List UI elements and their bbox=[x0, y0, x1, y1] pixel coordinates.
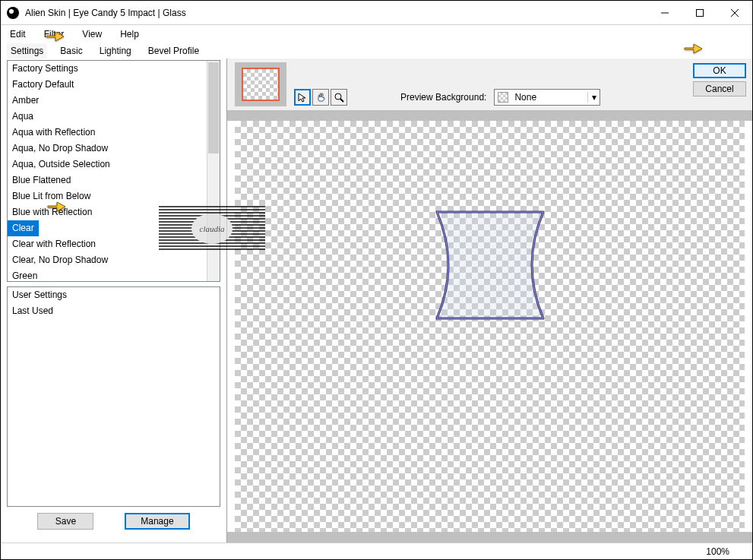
list-item[interactable]: Aqua, No Drop Shadow bbox=[8, 141, 220, 157]
list-item[interactable]: Aqua bbox=[8, 109, 220, 125]
preview-panel: Preview Background: None ▾ OK Cancel bbox=[227, 59, 752, 543]
window-controls bbox=[647, 1, 752, 24]
menu-help[interactable]: Help bbox=[117, 27, 142, 41]
watermark: claudia bbox=[159, 206, 265, 252]
tab-bevel-profile[interactable]: Bevel Profile bbox=[144, 43, 203, 59]
window-title: Alien Skin | Eye Candy 5 Impact | Glass bbox=[25, 8, 647, 18]
divider bbox=[227, 110, 752, 121]
title-bar: Alien Skin | Eye Candy 5 Impact | Glass bbox=[1, 1, 752, 25]
tab-bar: Settings Basic Lighting Bevel Profile bbox=[1, 43, 752, 59]
list-item[interactable]: Factory Default bbox=[8, 77, 220, 93]
zoom-tool-icon[interactable] bbox=[331, 89, 347, 106]
list-item[interactable]: Clear, No Drop Shadow bbox=[8, 252, 220, 268]
pointer-tool-icon[interactable] bbox=[294, 89, 311, 106]
zoom-level: 100% bbox=[706, 546, 729, 557]
menu-view[interactable]: View bbox=[79, 27, 105, 41]
list-item[interactable]: Clear bbox=[8, 220, 39, 236]
list-item[interactable]: Aqua, Outside Selection bbox=[8, 157, 220, 172]
transparency-swatch-icon bbox=[498, 92, 508, 103]
list-item[interactable]: Aqua with Reflection bbox=[8, 125, 220, 141]
scrollbar-thumb[interactable] bbox=[208, 62, 219, 153]
save-button[interactable]: Save bbox=[37, 513, 93, 530]
list-item[interactable]: Blue Flattened bbox=[8, 172, 220, 188]
thumbnail-wrap bbox=[235, 62, 286, 106]
svg-point-4 bbox=[335, 93, 341, 100]
hand-pointer-icon bbox=[46, 198, 66, 214]
tab-lighting[interactable]: Lighting bbox=[96, 43, 135, 59]
tab-basic[interactable]: Basic bbox=[56, 43, 86, 59]
minimize-button[interactable] bbox=[647, 1, 682, 25]
close-button[interactable] bbox=[717, 1, 752, 25]
maximize-button[interactable] bbox=[682, 1, 717, 25]
watermark-text: claudia bbox=[191, 214, 233, 244]
hand-pointer-icon bbox=[683, 40, 703, 55]
list-item[interactable]: Amber bbox=[8, 93, 220, 109]
preview-canvas[interactable] bbox=[235, 121, 745, 532]
preview-bg-value: None bbox=[511, 92, 587, 103]
settings-panel: Factory SettingsFactory DefaultAmberAqua… bbox=[1, 59, 227, 543]
list-item[interactable]: Blue Lit from Below bbox=[8, 188, 220, 204]
manage-button[interactable]: Manage bbox=[125, 513, 189, 530]
preview-toolbar: Preview Background: None ▾ OK Cancel bbox=[227, 59, 752, 110]
divider bbox=[227, 532, 752, 543]
status-bar: 100% bbox=[1, 543, 752, 559]
list-item[interactable]: Last Used bbox=[8, 303, 220, 319]
preview-bg-select[interactable]: None ▾ bbox=[494, 89, 600, 106]
user-settings-heading: User Settings bbox=[8, 287, 220, 303]
ok-button[interactable]: OK bbox=[693, 63, 746, 78]
cancel-button[interactable]: Cancel bbox=[693, 81, 746, 96]
app-icon bbox=[7, 7, 19, 19]
tab-settings[interactable]: Settings bbox=[7, 43, 47, 59]
chevron-down-icon: ▾ bbox=[587, 92, 600, 103]
menu-edit[interactable]: Edit bbox=[7, 27, 29, 41]
thumbnail[interactable] bbox=[242, 68, 280, 101]
preview-bg-label: Preview Background: bbox=[400, 92, 486, 103]
factory-settings-heading: Factory Settings bbox=[8, 61, 220, 77]
menu-bar: Edit Filter View Help bbox=[1, 25, 752, 43]
glass-shape bbox=[429, 204, 551, 326]
svg-line-5 bbox=[340, 99, 343, 102]
hand-tool-icon[interactable] bbox=[312, 89, 329, 106]
user-settings-list[interactable]: User Settings Last Used bbox=[7, 286, 220, 507]
hand-pointer-icon bbox=[45, 28, 65, 43]
svg-rect-1 bbox=[697, 10, 704, 17]
list-item[interactable]: Green bbox=[8, 268, 220, 281]
